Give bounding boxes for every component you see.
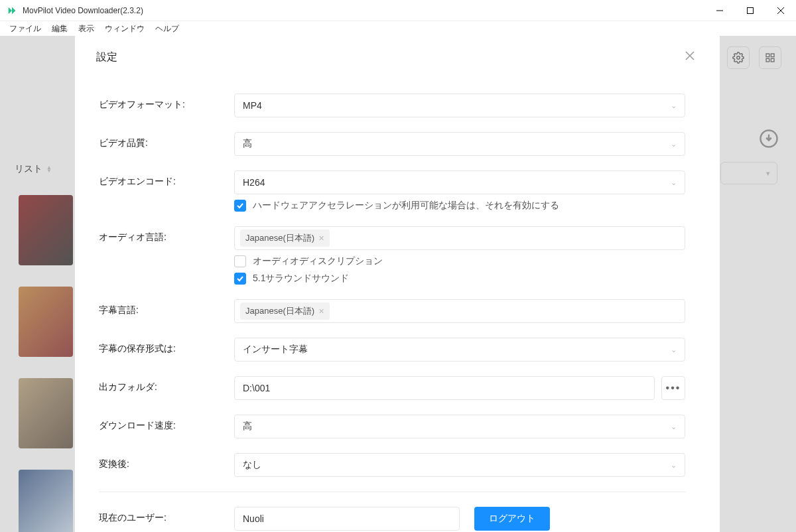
video-encode-value: H264 bbox=[243, 177, 265, 188]
menubar: ファイル 編集 表示 ウィンドウ ヘルプ bbox=[0, 21, 796, 36]
output-folder-input[interactable]: D:\001 bbox=[234, 376, 655, 400]
chevron-down-icon: ⌄ bbox=[671, 423, 677, 431]
check-icon bbox=[236, 275, 244, 283]
video-encode-select[interactable]: H264 ⌄ bbox=[234, 170, 685, 194]
current-user-display: Nuoli bbox=[234, 507, 460, 531]
tag-remove-icon[interactable]: ✕ bbox=[318, 307, 324, 316]
subtitle-tag-text: Japanese(日本語) bbox=[245, 305, 314, 317]
settings-modal: 設定 ビデオフォーマット: MP4 ⌄ ビデオ品質: 高 bbox=[75, 36, 720, 532]
label-video-encode: ビデオエンコード: bbox=[99, 170, 234, 188]
label-video-format: ビデオフォーマット: bbox=[99, 94, 234, 111]
browse-folder-button[interactable]: ••• bbox=[661, 376, 685, 400]
surround-sound-checkbox[interactable] bbox=[234, 273, 246, 285]
app-logo-icon bbox=[7, 5, 17, 16]
audio-language-tag: Japanese(日本語) ✕ bbox=[240, 230, 330, 247]
modal-close-button[interactable] bbox=[685, 51, 698, 64]
divider bbox=[99, 492, 685, 492]
menu-help[interactable]: ヘルプ bbox=[150, 22, 184, 36]
logout-label: ログアウト bbox=[489, 513, 535, 525]
subtitle-save-value: インサート字幕 bbox=[243, 344, 308, 356]
download-speed-value: 高 bbox=[243, 421, 252, 432]
svg-rect-0 bbox=[748, 7, 754, 13]
hw-accel-checkbox[interactable] bbox=[234, 200, 246, 212]
label-after-convert: 変換後: bbox=[99, 453, 234, 470]
video-format-select[interactable]: MP4 ⌄ bbox=[234, 94, 685, 117]
chevron-down-icon: ⌄ bbox=[671, 346, 677, 354]
label-audio-lang: オーディオ言語: bbox=[99, 226, 234, 243]
main-backdrop: リスト ▲▼ ▾ 設定 ビデオフォーマット: MP4 bbox=[0, 36, 796, 532]
chevron-down-icon: ⌄ bbox=[671, 140, 677, 149]
label-subtitle-save: 字幕の保存形式は: bbox=[99, 338, 234, 355]
chevron-down-icon: ⌄ bbox=[671, 178, 677, 187]
modal-title: 設定 bbox=[96, 50, 117, 64]
hw-accel-label: ハードウェアアクセラレーションが利用可能な場合は、それを有効にする bbox=[253, 200, 559, 212]
after-convert-value: なし bbox=[243, 459, 261, 471]
download-speed-select[interactable]: 高 ⌄ bbox=[234, 415, 685, 438]
check-icon bbox=[236, 202, 244, 210]
menu-file[interactable]: ファイル bbox=[4, 22, 46, 36]
label-subtitle-lang: 字幕言語: bbox=[99, 299, 234, 316]
chevron-down-icon: ⌄ bbox=[671, 101, 677, 110]
logout-button[interactable]: ログアウト bbox=[474, 507, 550, 531]
menu-window[interactable]: ウィンドウ bbox=[100, 22, 150, 36]
subtitle-language-tagbox[interactable]: Japanese(日本語) ✕ bbox=[234, 299, 685, 323]
window-title: MovPilot Video Downloader(2.3.2) bbox=[23, 6, 704, 15]
video-quality-value: 高 bbox=[243, 138, 252, 150]
menu-view[interactable]: 表示 bbox=[73, 22, 100, 36]
label-video-quality: ビデオ品質: bbox=[99, 132, 234, 149]
label-current-user: 現在のユーザー: bbox=[99, 507, 234, 524]
label-output-folder: 出カフォルダ: bbox=[99, 376, 234, 393]
current-user-value: Nuoli bbox=[243, 513, 264, 524]
window-close-button[interactable] bbox=[765, 0, 796, 21]
video-quality-select[interactable]: 高 ⌄ bbox=[234, 132, 685, 156]
audio-description-label: オーディオディスクリプション bbox=[253, 255, 383, 267]
surround-sound-label: 5.1サラウンドサウンド bbox=[253, 273, 349, 285]
audio-tag-text: Japanese(日本語) bbox=[245, 232, 314, 244]
after-convert-select[interactable]: なし ⌄ bbox=[234, 453, 685, 477]
menu-edit[interactable]: 編集 bbox=[46, 22, 73, 36]
ellipsis-icon: ••• bbox=[666, 382, 681, 394]
audio-language-tagbox[interactable]: Japanese(日本語) ✕ bbox=[234, 226, 685, 250]
subtitle-language-tag: Japanese(日本語) ✕ bbox=[240, 302, 330, 320]
output-folder-value: D:\001 bbox=[243, 383, 270, 393]
close-icon bbox=[685, 51, 695, 60]
window-minimize-button[interactable] bbox=[704, 0, 735, 21]
audio-description-checkbox[interactable] bbox=[234, 255, 246, 267]
window-titlebar: MovPilot Video Downloader(2.3.2) bbox=[0, 0, 796, 21]
tag-remove-icon[interactable]: ✕ bbox=[318, 234, 324, 243]
window-maximize-button[interactable] bbox=[735, 0, 765, 21]
chevron-down-icon: ⌄ bbox=[671, 461, 677, 470]
video-format-value: MP4 bbox=[243, 100, 262, 111]
subtitle-save-select[interactable]: インサート字幕 ⌄ bbox=[234, 338, 685, 362]
label-download-speed: ダウンロード速度: bbox=[99, 415, 234, 432]
